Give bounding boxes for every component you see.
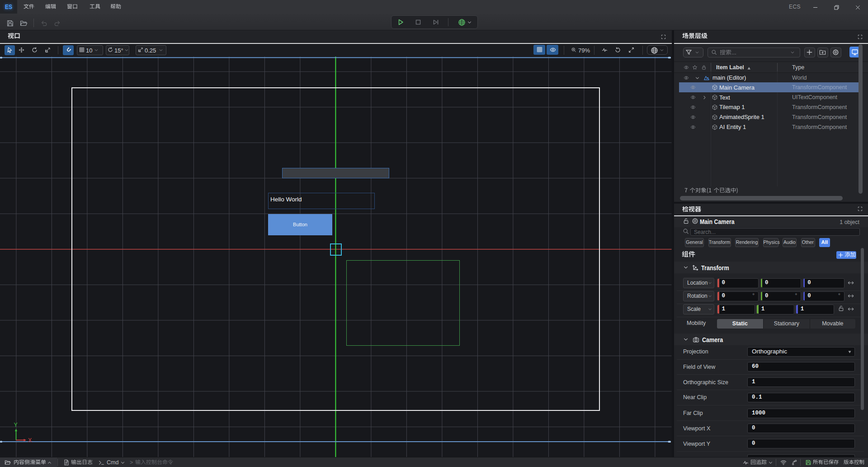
svg-text:Y: Y	[14, 422, 18, 428]
svg-text:X: X	[28, 437, 32, 443]
